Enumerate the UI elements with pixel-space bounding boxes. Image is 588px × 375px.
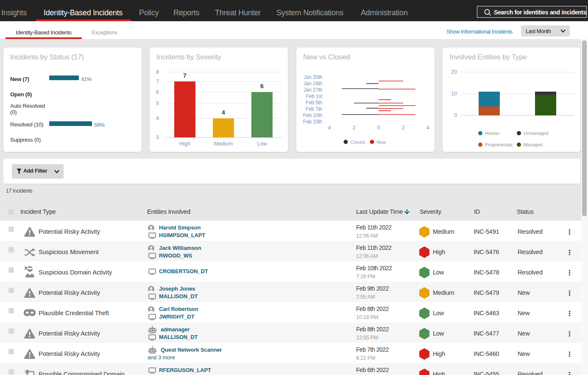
svg-text:Jan 20th: Jan 20th (304, 74, 322, 80)
svg-text:Feb 7th: Feb 7th (306, 106, 322, 112)
svg-text:5: 5 (156, 101, 159, 106)
svg-text:Jan 27th: Jan 27th (304, 87, 322, 93)
svg-text:2: 2 (402, 125, 405, 131)
svg-text:Jan 24th: Jan 24th (304, 81, 322, 87)
svg-text:Feb 1st: Feb 1st (306, 93, 323, 99)
svg-text:Feb 15th: Feb 15th (303, 119, 322, 125)
svg-text:Feb 10th: Feb 10th (303, 112, 322, 118)
svg-text:Unmanaged: Unmanaged (524, 131, 548, 136)
svg-text:20: 20 (451, 69, 457, 75)
svg-text:7: 7 (183, 72, 187, 79)
svg-text:Programmatic: Programmatic (485, 142, 513, 147)
svg-text:2: 2 (353, 125, 356, 131)
svg-text:7: 7 (156, 78, 159, 84)
svg-text:4: 4 (222, 109, 225, 116)
svg-text:10: 10 (451, 91, 457, 97)
svg-text:Medium: Medium (214, 141, 233, 147)
svg-text:Managed: Managed (524, 142, 543, 147)
svg-text:4: 4 (156, 115, 159, 121)
svg-text:Feb 5th: Feb 5th (306, 100, 322, 106)
svg-text:Human: Human (485, 131, 500, 136)
svg-text:New: New (377, 140, 386, 145)
svg-text:8: 8 (156, 69, 159, 75)
svg-text:0: 0 (377, 125, 380, 131)
svg-text:6: 6 (260, 83, 264, 90)
svg-text:High: High (179, 141, 190, 147)
svg-text:4: 4 (426, 125, 429, 131)
svg-text:0: 0 (454, 112, 457, 118)
svg-text:Closed: Closed (351, 140, 365, 145)
svg-text:4: 4 (328, 125, 331, 131)
svg-text:6: 6 (156, 89, 159, 95)
svg-text:3: 3 (156, 134, 159, 140)
svg-text:Low: Low (257, 141, 268, 147)
